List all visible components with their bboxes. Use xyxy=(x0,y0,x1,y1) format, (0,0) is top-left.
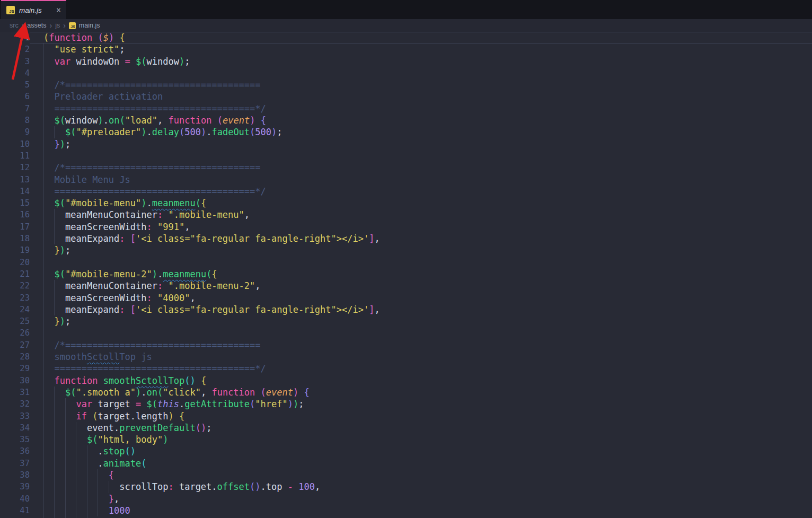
code-token: . xyxy=(141,387,146,398)
indent-guide xyxy=(43,67,44,79)
code-line[interactable]: 16 meanMenuContainer: ".mobile-menu", xyxy=(0,209,812,221)
code-content: $("#mobile-menu").meanmenu({ xyxy=(30,197,812,209)
breadcrumb-item-assets[interactable]: assets xyxy=(27,22,46,29)
code-token: "991" xyxy=(157,222,184,232)
code-line[interactable]: 34 event.preventDefault(); xyxy=(0,422,812,434)
code-line[interactable]: 36 .stop() xyxy=(0,445,812,457)
code-token: delay xyxy=(152,127,179,137)
indent-guide xyxy=(43,304,44,315)
indent-guide xyxy=(76,445,76,457)
code-line[interactable]: 41 1000 xyxy=(0,505,812,516)
code-line[interactable]: 12 /*===================================… xyxy=(0,162,812,173)
code-line[interactable]: 37 .animate( xyxy=(0,458,812,469)
indent-guide xyxy=(43,233,44,244)
line-number: 33 xyxy=(0,410,30,422)
code-line[interactable]: 15 $("#mobile-menu").meanmenu({ xyxy=(0,197,812,209)
code-line[interactable]: 24 meanExpand: ['<i class="fa-regular fa… xyxy=(0,304,812,315)
code-token: { xyxy=(201,375,206,386)
code-token: window xyxy=(147,56,179,67)
code-line[interactable]: 40 }, xyxy=(0,493,812,505)
code-token: Sctoll xyxy=(136,375,168,386)
code-line[interactable]: 19 }); xyxy=(0,244,812,256)
code-line[interactable]: 11 xyxy=(0,150,812,162)
close-icon[interactable]: × xyxy=(56,6,61,14)
code-line[interactable]: 29 =====================================… xyxy=(0,363,812,374)
code-token: meanmenu xyxy=(152,198,196,208)
code-line[interactable]: 8 $(window).on("load", function (event) … xyxy=(0,115,812,126)
code-content: 1000 xyxy=(30,505,812,516)
code-token: windowOn xyxy=(76,56,119,67)
code-token: target xyxy=(179,481,211,492)
indent-guide xyxy=(43,209,44,221)
code-line[interactable]: 30 function smoothSctollTop() { xyxy=(0,375,812,387)
indent-guide xyxy=(65,458,66,469)
code-token: $ xyxy=(65,387,70,398)
code-line[interactable]: 23 meanScreenWidth: "4000", xyxy=(0,292,812,304)
code-line[interactable]: 28 smoothSctollTop js xyxy=(0,351,812,363)
code-line[interactable]: 3 var windowOn = $(window); xyxy=(0,56,812,67)
code-content: var windowOn = $(window); xyxy=(30,56,812,67)
code-token: /*==================================== xyxy=(54,340,260,350)
code-line[interactable]: 4 xyxy=(0,67,812,79)
code-line[interactable]: 25 }); xyxy=(0,315,812,327)
code-editor[interactable]: 1(function ($) {2 "use strict";3 var win… xyxy=(0,32,812,518)
code-line[interactable]: 32 var target = $(this.getAttribute("hre… xyxy=(0,398,812,410)
code-content: if (target.length) { xyxy=(30,410,812,422)
code-line[interactable]: 27 /*===================================… xyxy=(0,339,812,351)
code-line[interactable]: 18 meanExpand: ['<i class="fa-regular fa… xyxy=(0,233,812,244)
code-token xyxy=(130,56,136,67)
indent-guide xyxy=(43,197,44,209)
code-line[interactable]: 33 if (target.length) { xyxy=(0,410,812,422)
line-number: 9 xyxy=(0,126,30,138)
code-token: $ xyxy=(54,269,59,279)
indent-guide xyxy=(43,505,44,516)
code-token: 500 xyxy=(255,127,271,137)
indent-guide xyxy=(43,458,44,469)
code-token: 500 xyxy=(184,127,201,137)
code-line[interactable]: 7 =====================================*… xyxy=(0,103,812,115)
code-line[interactable]: 35 $("html, body") xyxy=(0,434,812,445)
code-token: meanExpand xyxy=(65,233,119,244)
code-token: ) xyxy=(60,139,65,150)
breadcrumb-item-js[interactable]: js xyxy=(55,22,60,29)
code-line[interactable]: 21 $("#mobile-menu-2").meanmenu({ xyxy=(0,268,812,280)
indent-guide xyxy=(43,138,44,150)
code-token: '<i class="fa-regular fa-angle-right"></… xyxy=(136,233,369,244)
code-line[interactable]: 39 scrollTop: target.offset().top - 100, xyxy=(0,481,812,493)
code-line[interactable]: 13 Mobile Menu Js xyxy=(0,174,812,186)
breadcrumb-item-main-js[interactable]: main.js xyxy=(79,22,100,29)
indent-guide xyxy=(54,280,55,292)
code-line[interactable]: 20 xyxy=(0,257,812,268)
code-line[interactable]: 31 $(".smooth a").on("click", function (… xyxy=(0,387,812,398)
code-line[interactable]: 14 =====================================… xyxy=(0,186,812,197)
code-content: { xyxy=(30,469,812,481)
code-content: Preloader activation xyxy=(30,91,812,102)
code-token xyxy=(163,280,168,291)
code-token: Mobile Menu Js xyxy=(54,174,130,185)
code-line[interactable]: 38 { xyxy=(0,469,812,481)
indent-guide xyxy=(87,493,87,505)
indent-guide xyxy=(87,469,87,481)
code-line[interactable]: 17 meanScreenWidth: "991", xyxy=(0,221,812,233)
code-line[interactable]: 10 }); xyxy=(0,138,812,150)
code-content: }); xyxy=(30,315,812,327)
code-line[interactable]: 6 Preloader activation xyxy=(0,91,812,102)
code-line[interactable]: 5 /*==================================== xyxy=(0,79,812,91)
code-token: . xyxy=(147,127,152,137)
code-token: . xyxy=(179,399,184,409)
code-line[interactable]: 2 "use strict"; xyxy=(0,43,812,55)
tab-main-js[interactable]: JS main.js × xyxy=(1,0,66,19)
indent-guide xyxy=(54,458,55,469)
code-token: } xyxy=(109,494,114,504)
line-number: 1 xyxy=(0,32,30,43)
code-line[interactable]: 1(function ($) { xyxy=(0,32,812,43)
code-line[interactable]: 26 xyxy=(0,327,812,339)
code-line[interactable]: 22 meanMenuContainer: ".mobile-menu-2", xyxy=(0,280,812,292)
indent-guide xyxy=(43,162,44,173)
code-token: ) xyxy=(141,198,146,208)
code-line[interactable]: 9 $("#preloader").delay(500).fadeOut(500… xyxy=(0,126,812,138)
code-token xyxy=(98,375,103,386)
breadcrumb-item-src[interactable]: src xyxy=(10,22,19,29)
code-token: preventDefault xyxy=(119,423,195,433)
code-token: { xyxy=(304,387,310,398)
